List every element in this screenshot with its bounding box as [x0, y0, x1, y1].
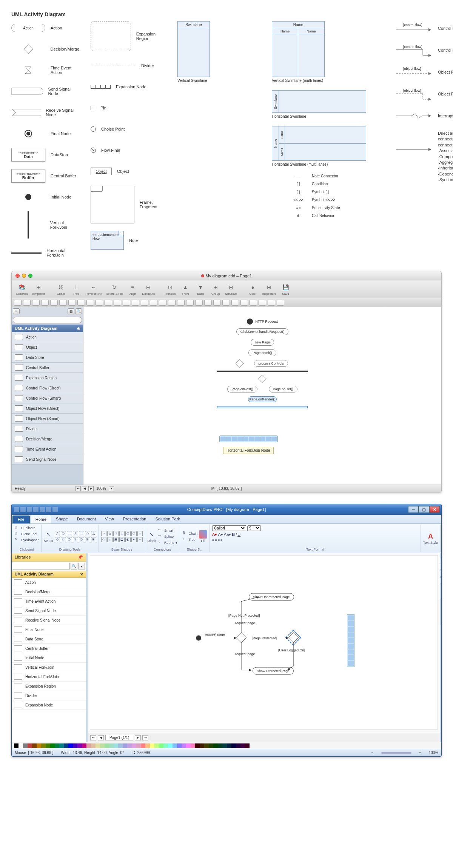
color-swatch[interactable] [23, 743, 28, 748]
sidebar-item[interactable]: Final Node [12, 625, 86, 634]
color-swatch[interactable] [123, 743, 127, 748]
tool-button[interactable] [96, 300, 103, 306]
close-button[interactable]: ✕ [429, 506, 440, 513]
sidebar-library-header[interactable]: UML Activity Diagram ✕ [12, 571, 86, 578]
page-next[interactable]: ▶ [135, 735, 141, 740]
color-swatch[interactable] [204, 743, 209, 748]
italic-button[interactable]: I [236, 532, 237, 537]
tool-button[interactable] [114, 300, 121, 306]
tool-button[interactable] [222, 300, 230, 306]
color-swatch[interactable] [109, 743, 114, 748]
color-swatch[interactable] [141, 743, 145, 748]
tool-button[interactable] [14, 300, 22, 306]
qat-icon[interactable] [14, 507, 19, 512]
sidebar-item[interactable]: Action [12, 578, 86, 587]
align-center[interactable]: ≡ [215, 538, 217, 542]
tool-button[interactable] [59, 300, 67, 306]
align-left[interactable]: ≡ [212, 538, 214, 542]
diagram-node[interactable]: Page.onPost() [227, 386, 257, 392]
rotate-flip-button[interactable]: ↻Rotate & Flip [104, 282, 125, 296]
tool-button[interactable] [195, 300, 203, 306]
sidebar-item[interactable]: Control Flow (Direct) [12, 383, 83, 393]
color-swatch[interactable] [132, 743, 136, 748]
sidebar-item[interactable]: Divider [12, 691, 86, 700]
tool-button[interactable] [204, 300, 212, 306]
qat-icon[interactable] [52, 507, 58, 512]
sidebar-item[interactable]: Divider [12, 424, 83, 434]
page-first[interactable]: ⇤ [90, 735, 96, 740]
tool-button[interactable] [240, 300, 248, 306]
page-prev[interactable]: ◀ [98, 735, 104, 740]
mac-canvas[interactable]: HTTP Request ClickServlet.handleRequest(… [83, 307, 441, 485]
color-swatch[interactable] [200, 743, 204, 748]
decision-icon[interactable] [236, 632, 247, 643]
sidebar-item[interactable]: Time Event Action [12, 597, 86, 606]
underline-button[interactable]: U [237, 532, 240, 537]
sidebar-item[interactable]: Control Flow (Smart) [12, 393, 83, 403]
color-swatch[interactable] [73, 743, 77, 748]
sidebar-item[interactable]: Central Buffer [12, 363, 83, 373]
sidebar-item[interactable]: Initial Node [12, 653, 86, 663]
ribbon-tab-shape[interactable]: Shape [51, 515, 72, 523]
tool-button[interactable] [68, 300, 76, 306]
qat-icon[interactable] [20, 507, 26, 512]
spline-connector[interactable]: 〰Spline [158, 534, 177, 539]
pin-icon[interactable]: 📌 [78, 555, 83, 560]
color-swatch[interactable] [59, 743, 64, 748]
color-swatch[interactable] [168, 743, 173, 748]
color-swatch[interactable] [218, 743, 222, 748]
color-swatch[interactable] [145, 743, 150, 748]
rail-icon[interactable]: ◧ [440, 564, 442, 570]
decision-icon[interactable] [236, 359, 244, 368]
zoom-first[interactable]: ⇤ [76, 486, 81, 491]
color-swatch[interactable] [37, 743, 41, 748]
search-button[interactable]: 🔍 [71, 563, 77, 569]
identical-button[interactable]: ⊡Identical [163, 282, 177, 296]
color-swatch[interactable] [96, 743, 100, 748]
ribbon-tab-presentation[interactable]: Presentation [119, 515, 151, 523]
smart-connector[interactable]: ⤳Smart [158, 528, 177, 533]
chain-button[interactable]: ⛓Chain [54, 282, 68, 296]
color-button[interactable]: ●Color [246, 282, 260, 296]
tool-button[interactable] [123, 300, 130, 306]
color-swatch[interactable] [68, 743, 73, 748]
sidebar-item[interactable]: Time Event Action [12, 444, 83, 454]
color-swatch[interactable] [105, 743, 109, 748]
dynamic-help-tab[interactable]: Dynamic Help [441, 599, 442, 625]
fork-bar-selected[interactable] [217, 406, 308, 408]
basic-shape-grid[interactable]: ○△□◇⬠⬡☆ ⬭▱⬒⬓◐✦✧ [101, 531, 143, 542]
tool-button[interactable] [259, 300, 266, 306]
tool-button[interactable] [159, 300, 166, 306]
sidebar-item[interactable]: Horizontal Fork/Join [12, 672, 86, 682]
color-swatch[interactable] [231, 743, 236, 748]
sidebar-search-input[interactable] [13, 563, 70, 569]
sidebar-item[interactable]: Vertical Fork/Join [12, 663, 86, 672]
zoom-next[interactable]: ▶ [88, 486, 94, 491]
color-swatch[interactable] [28, 743, 32, 748]
sidebar-search-button[interactable]: 🔍 [75, 308, 82, 314]
diagram-node[interactable]: Page.onInit() [248, 349, 276, 356]
duplicate-button[interactable]: ⎘Duplicate [15, 525, 35, 531]
color-swatch[interactable] [118, 743, 123, 748]
zoom-in[interactable]: + [419, 751, 421, 755]
color-swatch[interactable] [191, 743, 195, 748]
color-swatch[interactable] [227, 743, 231, 748]
tool-button[interactable] [250, 300, 257, 306]
tool-button[interactable] [186, 300, 194, 306]
sidebar-item[interactable]: Data Store [12, 352, 83, 363]
diagram-node[interactable]: Show Unprotected Page [249, 593, 294, 601]
libraries-button[interactable]: 📚Libraries [15, 282, 29, 296]
tool-button[interactable] [77, 300, 85, 306]
zoom-prev[interactable]: ◀ [82, 486, 87, 491]
color-swatch[interactable] [150, 743, 154, 748]
diagram-node[interactable]: new Page [251, 339, 274, 346]
color-swatch[interactable] [55, 743, 59, 748]
diagram-node[interactable]: process Controls [254, 360, 288, 367]
zoom-out[interactable]: − [371, 751, 374, 755]
highlight-button[interactable]: A▾ [218, 532, 223, 537]
color-swatch[interactable] [240, 743, 245, 748]
decision-icon[interactable] [258, 375, 267, 383]
chain-button[interactable]: ⛓Chain [182, 531, 198, 536]
color-swatch[interactable] [77, 743, 82, 748]
color-swatch[interactable] [213, 743, 218, 748]
